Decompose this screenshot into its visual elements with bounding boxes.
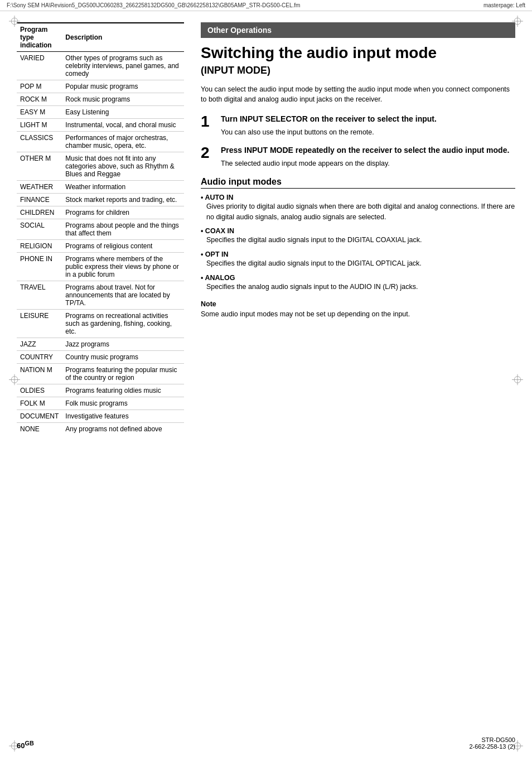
modes-title: Audio input modes [201, 177, 515, 189]
program-desc: Programs on recreational activities such… [62, 310, 184, 338]
mode-name: COAX IN [201, 227, 234, 235]
program-desc: Performances of major orchestras, chambe… [62, 132, 184, 152]
program-desc: Folk music programs [62, 397, 184, 410]
program-type: JAZZ [17, 338, 62, 351]
table-row: PHONE INPrograms where members of the pu… [17, 253, 184, 281]
header-path: F:\Sony SEM HA\Revision5_DG500\JC060283_… [7, 2, 300, 8]
program-table: Program type indication Description VARI… [17, 22, 184, 435]
table-row: LEISUREPrograms on recreational activiti… [17, 310, 184, 338]
header-masterpage: masterpage: Left [483, 2, 525, 8]
step-content: Press INPUT MODE repeatedly on the recei… [221, 145, 509, 168]
table-row: COUNTRYCountry music programs [17, 351, 184, 364]
table-row: FINANCEStock market reports and trading,… [17, 194, 184, 206]
left-column: Program type indication Description VARI… [17, 22, 184, 435]
table-row: WEATHERWeather information [17, 181, 184, 194]
program-type: LEISURE [17, 310, 62, 338]
page-number: 60GB [17, 741, 34, 750]
program-desc: Programs of religious content [62, 240, 184, 253]
mode-name: AUTO IN [201, 194, 234, 201]
mid-crosshair-right [512, 374, 523, 387]
program-type: POP M [17, 80, 62, 93]
program-type: FOLK M [17, 397, 62, 410]
mode-desc: Specifies the digital audio signals inpu… [206, 235, 515, 245]
program-type: SOCIAL [17, 219, 62, 240]
step-body: The selected audio input mode appears on… [221, 158, 509, 169]
table-row: CHILDRENPrograms for children [17, 206, 184, 219]
subtitle: (INPUT MODE) [201, 65, 515, 76]
mode-desc: Specifies the analog audio signals input… [206, 282, 515, 292]
program-type: WEATHER [17, 181, 62, 194]
program-desc: Stock market reports and trading, etc. [62, 194, 184, 206]
col2-header: Description [62, 23, 184, 52]
program-type: TRAVEL [17, 281, 62, 310]
program-type: PHONE IN [17, 253, 62, 281]
main-title: Switching the audio input mode [201, 44, 515, 62]
intro-text: You can select the audio input mode by s… [201, 84, 515, 105]
mode-desc: Gives priority to digital audio signals … [206, 201, 515, 223]
program-desc: Jazz programs [62, 338, 184, 351]
program-desc: Music that does not fit into any categor… [62, 152, 184, 181]
program-type: DOCUMENT [17, 410, 62, 423]
table-row: LIGHT MInstrumental, vocal, and choral m… [17, 119, 184, 132]
mode-name: ANALOG [201, 274, 235, 282]
mode-item: COAX IN Specifies the digital audio sign… [201, 227, 515, 245]
program-desc: Popular music programs [62, 80, 184, 93]
program-desc: Country music programs [62, 351, 184, 364]
step-heading: Press INPUT MODE repeatedly on the recei… [221, 145, 509, 156]
table-row: RELIGIONPrograms of religious content [17, 240, 184, 253]
program-desc: Programs where members of the public exp… [62, 253, 184, 281]
step-body: You can also use the input buttons on th… [221, 127, 437, 138]
step: 1 Turn INPUT SELECTOR on the receiver to… [201, 114, 515, 137]
page-content: Program type indication Description VARI… [0, 11, 532, 452]
program-desc: Programs about travel. Not for announcem… [62, 281, 184, 310]
program-desc: Programs for children [62, 206, 184, 219]
program-desc: Any programs not defined above [62, 423, 184, 436]
page-footer: 60GB STR-DG500 2-662-258-13 (2) [0, 736, 532, 750]
page-superscript: GB [25, 740, 33, 746]
table-row: FOLK MFolk music programs [17, 397, 184, 410]
table-row: SOCIALPrograms about people and the thin… [17, 219, 184, 240]
step: 2 Press INPUT MODE repeatedly on the rec… [201, 145, 515, 168]
part-number: 2-662-258-13 (2) [469, 743, 515, 750]
mode-item: AUTO IN Gives priority to digital audio … [201, 193, 515, 223]
table-row: CLASSICSPerformances of major orchestras… [17, 132, 184, 152]
program-type: CHILDREN [17, 206, 62, 219]
table-row: JAZZJazz programs [17, 338, 184, 351]
program-type: EASY M [17, 106, 62, 119]
table-row: TRAVELPrograms about travel. Not for ann… [17, 281, 184, 310]
program-desc: Rock music programs [62, 93, 184, 106]
table-row: EASY MEasy Listening [17, 106, 184, 119]
note-text: Some audio input modes may not be set up… [201, 309, 515, 320]
note-title: Note [201, 300, 515, 308]
table-row: POP MPopular music programs [17, 80, 184, 93]
corner-crosshair-tl [9, 16, 20, 28]
program-type: COUNTRY [17, 351, 62, 364]
program-desc: Programs about people and the things tha… [62, 219, 184, 240]
step-number: 2 [201, 145, 214, 168]
program-desc: Investigative features [62, 410, 184, 423]
program-desc: Easy Listening [62, 106, 184, 119]
modes-container: AUTO IN Gives priority to digital audio … [201, 193, 515, 292]
table-row: NATION MPrograms featuring the popular m… [17, 364, 184, 384]
table-row: OTHER MMusic that does not fit into any … [17, 152, 184, 181]
table-row: ROCK MRock music programs [17, 93, 184, 106]
note-section: Note Some audio input modes may not be s… [201, 300, 515, 320]
program-type: OTHER M [17, 152, 62, 181]
program-type: CLASSICS [17, 132, 62, 152]
program-desc: Other types of programs such as celebrit… [62, 52, 184, 80]
mid-crosshair-left [9, 374, 20, 387]
steps-container: 1 Turn INPUT SELECTOR on the receiver to… [201, 114, 515, 169]
table-row: OLDIESPrograms featuring oldies music [17, 384, 184, 397]
step-heading: Turn INPUT SELECTOR on the receiver to s… [221, 114, 437, 125]
program-type: RELIGION [17, 240, 62, 253]
modes-section: Audio input modes AUTO IN Gives priority… [201, 177, 515, 292]
mode-desc: Specifies the digital audio signals inpu… [206, 258, 515, 269]
program-type: NONE [17, 423, 62, 436]
table-row: DOCUMENTInvestigative features [17, 410, 184, 423]
section-header: Other Operations [201, 22, 515, 38]
program-type: ROCK M [17, 93, 62, 106]
table-row: VARIEDOther types of programs such as ce… [17, 52, 184, 80]
program-desc: Weather information [62, 181, 184, 194]
page-number-container: 60GB [17, 740, 34, 750]
table-row: NONEAny programs not defined above [17, 423, 184, 436]
